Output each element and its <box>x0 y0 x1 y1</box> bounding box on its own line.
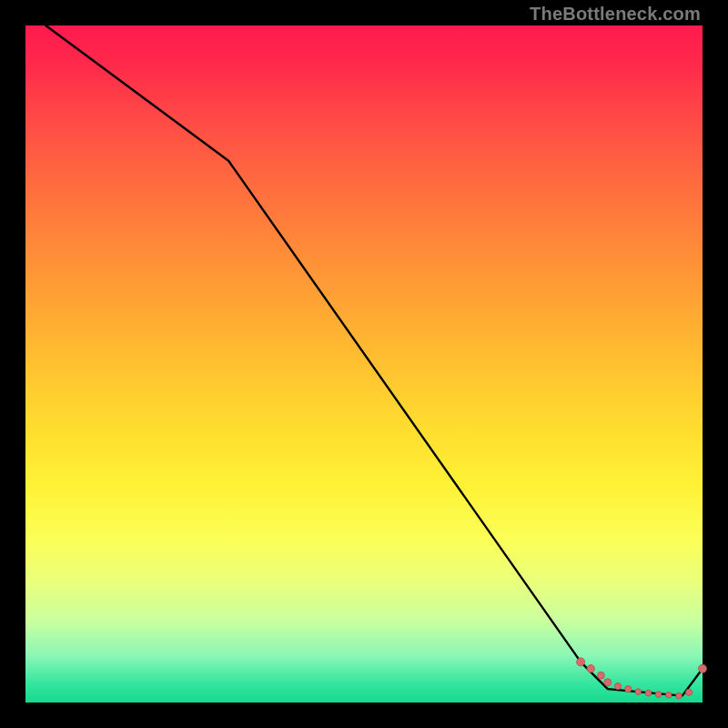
plot-area <box>25 25 703 703</box>
attribution-label: TheBottleneck.com <box>530 4 701 25</box>
chart-stage: TheBottleneck.com <box>0 0 728 728</box>
